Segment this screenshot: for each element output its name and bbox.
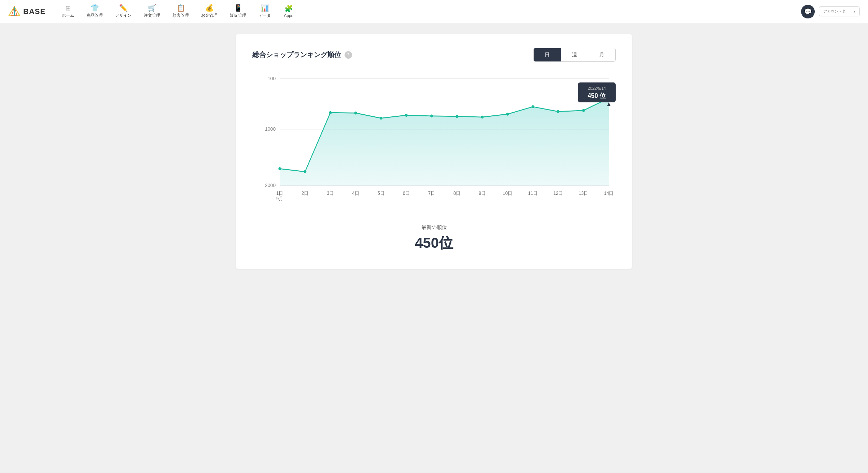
svg-text:9月: 9月 xyxy=(276,196,283,202)
svg-text:14日: 14日 xyxy=(604,191,614,196)
svg-point-19 xyxy=(532,105,534,108)
svg-point-12 xyxy=(354,112,357,115)
stats-value: 450位 xyxy=(252,233,616,253)
card-title-row: 総合ショップランキング順位 ? xyxy=(252,50,352,59)
svg-text:2日: 2日 xyxy=(302,191,309,196)
data-nav-label: データ xyxy=(258,13,271,18)
nav-item-home[interactable]: ⊞ ホーム xyxy=(56,2,80,21)
stats-label: 最新の順位 xyxy=(252,224,616,231)
orders-nav-label: 注文管理 xyxy=(144,13,160,18)
tab-day[interactable]: 日 xyxy=(534,48,561,61)
chat-icon: 💬 xyxy=(804,8,812,15)
svg-text:10日: 10日 xyxy=(503,191,512,196)
orders-nav-icon: 🛒 xyxy=(148,4,156,11)
promotion-nav-label: 販促管理 xyxy=(230,13,246,18)
svg-text:5日: 5日 xyxy=(377,191,384,196)
svg-text:9日: 9日 xyxy=(479,191,486,196)
svg-text:3日: 3日 xyxy=(327,191,334,196)
products-nav-icon: 👕 xyxy=(90,4,99,11)
nav-item-design[interactable]: ✏️ デザイン xyxy=(110,2,137,21)
svg-point-11 xyxy=(329,111,332,114)
design-nav-icon: ✏️ xyxy=(119,4,128,11)
data-nav-icon: 📊 xyxy=(261,4,269,11)
main-content: 総合ショップランキング順位 ? 日 週 月 xyxy=(0,23,868,280)
promotion-nav-icon: 📱 xyxy=(234,4,242,11)
svg-text:4日: 4日 xyxy=(352,191,359,196)
svg-text:100: 100 xyxy=(268,75,276,81)
help-icon[interactable]: ? xyxy=(345,51,352,59)
nav-item-money[interactable]: 💰 お金管理 xyxy=(196,2,223,21)
svg-point-21 xyxy=(582,109,585,112)
logo-text: BASE xyxy=(23,7,45,16)
svg-point-15 xyxy=(430,114,433,117)
card-title: 総合ショップランキング順位 xyxy=(252,50,341,59)
chat-button[interactable]: 💬 xyxy=(801,5,815,18)
header-right: 💬 アカウント名 ▾ xyxy=(801,5,860,18)
svg-text:12日: 12日 xyxy=(554,191,563,196)
money-nav-label: お金管理 xyxy=(201,13,218,18)
ranking-card: 総合ショップランキング順位 ? 日 週 月 xyxy=(236,34,632,269)
svg-text:6日: 6日 xyxy=(403,191,410,196)
nav-item-orders[interactable]: 🛒 注文管理 xyxy=(138,2,166,21)
home-nav-icon: ⊞ xyxy=(65,4,71,11)
header: BASE ⊞ ホーム 👕 商品管理 ✏️ デザイン 🛒 注文管理 📋 顧客管理 … xyxy=(0,0,868,23)
svg-text:13日: 13日 xyxy=(579,191,588,196)
period-tabs: 日 週 月 xyxy=(533,48,616,62)
stats-section: 最新の順位 450位 xyxy=(252,221,616,253)
svg-point-10 xyxy=(304,170,306,173)
card-header: 総合ショップランキング順位 ? 日 週 月 xyxy=(252,48,616,62)
svg-point-16 xyxy=(456,115,458,118)
account-button[interactable]: アカウント名 ▾ xyxy=(819,6,860,16)
account-label: アカウント名 xyxy=(823,9,846,14)
tab-week[interactable]: 週 xyxy=(561,48,588,61)
nav-item-promotion[interactable]: 📱 販促管理 xyxy=(224,2,252,21)
logo[interactable]: BASE xyxy=(8,5,45,18)
svg-point-13 xyxy=(380,117,382,120)
chevron-down-icon: ▾ xyxy=(854,10,855,13)
nav-item-customers[interactable]: 📋 顧客管理 xyxy=(167,2,194,21)
nav-item-products[interactable]: 👕 商品管理 xyxy=(81,2,108,21)
svg-text:7日: 7日 xyxy=(428,191,435,196)
svg-point-14 xyxy=(405,114,408,117)
svg-text:8日: 8日 xyxy=(453,191,461,196)
apps-nav-icon: 🧩 xyxy=(284,5,293,12)
chart-svg: 100 1000 2000 xyxy=(252,71,616,208)
customers-nav-label: 顧客管理 xyxy=(172,13,189,18)
customers-nav-icon: 📋 xyxy=(177,4,185,11)
svg-text:1000: 1000 xyxy=(265,126,276,132)
products-nav-label: 商品管理 xyxy=(86,13,103,18)
svg-point-18 xyxy=(506,113,509,116)
nav-item-apps[interactable]: 🧩 Apps xyxy=(278,2,299,21)
svg-text:11日: 11日 xyxy=(528,191,538,196)
svg-point-17 xyxy=(481,116,484,119)
tab-month[interactable]: 月 xyxy=(588,48,615,61)
money-nav-icon: 💰 xyxy=(205,4,214,11)
main-nav: ⊞ ホーム 👕 商品管理 ✏️ デザイン 🛒 注文管理 📋 顧客管理 💰 お金管… xyxy=(56,2,801,21)
svg-text:2000: 2000 xyxy=(265,183,276,188)
nav-item-data[interactable]: 📊 データ xyxy=(253,2,276,21)
svg-point-9 xyxy=(278,167,281,170)
svg-text:450 位: 450 位 xyxy=(588,92,606,99)
home-nav-label: ホーム xyxy=(62,13,74,18)
svg-text:1日: 1日 xyxy=(276,191,283,196)
svg-point-20 xyxy=(557,110,560,113)
chart-container: 100 1000 2000 xyxy=(252,71,616,208)
svg-text:2022/9/14: 2022/9/14 xyxy=(588,86,606,91)
design-nav-label: デザイン xyxy=(115,13,131,18)
apps-nav-label: Apps xyxy=(284,13,293,18)
logo-icon xyxy=(8,5,20,18)
